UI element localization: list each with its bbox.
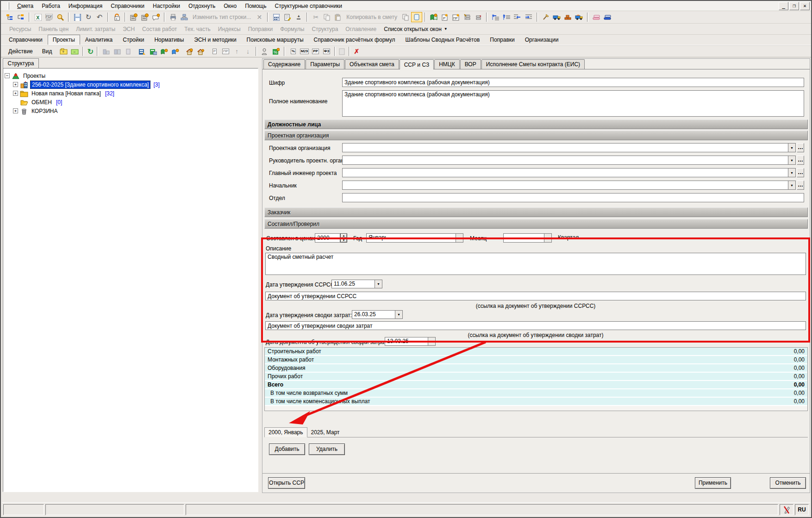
refresh-icon[interactable]: ↻ [83, 12, 94, 22]
menu-otdohnut[interactable]: Отдохнуть [184, 2, 219, 10]
cancel-row-icon[interactable]: ✕ [254, 12, 265, 22]
indent-icon[interactable] [523, 12, 534, 22]
chief-combobox[interactable]: ▼ [342, 181, 796, 190]
summary-doc-input[interactable] [265, 321, 806, 330]
pp-badge-icon[interactable]: РР [310, 46, 321, 56]
delete-node-icon[interactable]: ✗ [351, 46, 362, 56]
year-spinner[interactable]: ▲ ▼ [340, 233, 347, 243]
panel-esn[interactable]: ЭСН [119, 25, 138, 33]
summary-doc-date-combobox[interactable]: 13.03.25▼ [385, 337, 436, 346]
cipher-input[interactable] [342, 78, 804, 87]
panel-resursy[interactable]: Ресурсы [6, 25, 35, 33]
calculator-icon[interactable] [271, 12, 282, 22]
object-settings-icon[interactable] [128, 12, 139, 22]
totals-row-construction[interactable]: Строительных работ0,00 [265, 348, 807, 356]
menu-pomosch[interactable]: Помощь [241, 2, 270, 10]
materials-icon[interactable] [562, 12, 574, 22]
excel-export-icon[interactable]: X [32, 12, 44, 22]
comment-settings-icon[interactable] [150, 12, 162, 22]
design-org-combobox[interactable]: ▼ [342, 143, 796, 152]
customer-section-header[interactable]: Заказчик [264, 207, 808, 217]
tree-move-icon[interactable] [15, 12, 26, 22]
tree-node-novaya-papka[interactable]: + Новая папка [Новая папка] [32] [13, 89, 256, 98]
page-p-icon[interactable]: Р [439, 12, 450, 22]
tab-nmck[interactable]: НМЦК [434, 59, 460, 69]
house-copy-icon[interactable] [195, 46, 206, 56]
tree-node-label[interactable]: ОБМЕН [30, 99, 53, 106]
tab-vor[interactable]: ВОР [460, 59, 481, 69]
tree-node-korzina[interactable]: + КОРЗИНА [13, 106, 256, 115]
tab-normativy[interactable]: Нормативы [149, 35, 189, 45]
blue-books-icon[interactable] [602, 12, 613, 22]
structure-chart-icon[interactable] [179, 12, 190, 22]
indent-first-icon[interactable] [490, 12, 501, 22]
object-settings2-icon[interactable] [139, 12, 150, 22]
totals-row-installation[interactable]: Монтажных работ0,00 [265, 356, 807, 364]
composed-section-header[interactable]: Составил/Проверил [264, 219, 808, 229]
tab-esn-i-metodiki[interactable]: ЭСН и методики [189, 35, 241, 45]
page-edit-icon[interactable] [282, 12, 293, 22]
fz-badge-icon[interactable]: ФЗ [321, 46, 332, 56]
menu-spravochniki[interactable]: Справочники [106, 2, 149, 10]
totals-row-return-sums[interactable]: В том числе возвратных сумм0,00 [265, 389, 807, 398]
tab-analitika[interactable]: Аналитика [80, 35, 118, 45]
tab-parametry[interactable]: Параметры [306, 59, 344, 69]
panel-popravki[interactable]: Поправки [244, 25, 276, 33]
tab-ispolnenie-smety-kontrakta[interactable]: Исполнение Сметы контракта (ЕИС) [481, 59, 585, 69]
department-input[interactable] [342, 193, 804, 202]
panel-oglavlenie[interactable]: Оглавление [342, 25, 380, 33]
chevron-down-icon[interactable]: ▼ [788, 181, 795, 189]
truck-icon[interactable] [551, 12, 562, 22]
design-org-section-header[interactable]: Проектная организация [264, 131, 808, 140]
building-props-icon[interactable] [123, 46, 134, 56]
menu-smeta[interactable]: Смета [13, 2, 37, 10]
row-insert-icon[interactable] [462, 12, 473, 22]
menu-okno[interactable]: Окно [219, 2, 241, 10]
month-combobox[interactable]: Январь▼ [366, 233, 463, 243]
copy-page-icon[interactable] [400, 12, 411, 22]
change-row-type-label[interactable]: Изменить тип строки... [190, 14, 254, 20]
page-pr-icon[interactable]: ПР [450, 12, 462, 22]
project-book-icon[interactable] [159, 46, 170, 56]
percent-badge-icon[interactable]: % [287, 46, 299, 56]
copy-icon[interactable] [321, 12, 332, 22]
m29-badge-icon[interactable]: М29 [299, 46, 310, 56]
chevron-down-icon[interactable]: ▼ [395, 311, 402, 318]
book-settings-icon[interactable] [428, 12, 439, 22]
tree-node-obmen[interactable]: · ОБМЕН [0] [13, 98, 256, 106]
pink-books-icon[interactable] [591, 12, 602, 22]
description-textarea[interactable]: Сводный сметный расчет [265, 253, 806, 275]
panel-sostav-rabot[interactable]: Состав работ [138, 25, 181, 33]
move-up-icon[interactable]: ↑ [231, 46, 242, 56]
delete-button[interactable]: Удалить [309, 443, 345, 455]
building-copy-icon[interactable] [112, 46, 123, 56]
menu-rabota[interactable]: Работа [37, 2, 64, 10]
apply-button[interactable]: Применить [695, 477, 731, 489]
cut-icon[interactable]: ✂ [310, 12, 321, 22]
officials-section-header[interactable]: Должностные лица [264, 119, 808, 129]
menu-vid[interactable]: Вид [37, 47, 57, 56]
paste-icon[interactable] [332, 12, 344, 22]
chevron-down-icon[interactable]: ▼ [788, 169, 795, 177]
spinner-down-icon[interactable]: ▼ [340, 238, 347, 243]
tab-period-2025-march[interactable]: 2025, Март [307, 428, 344, 437]
tree-structure-icon[interactable] [4, 12, 15, 22]
close-button[interactable]: ✕ [800, 2, 810, 10]
page-pr-small-icon[interactable]: ПР [220, 46, 231, 56]
toolbar-grip[interactable] [7, 2, 9, 10]
expand-icon[interactable]: + [13, 91, 18, 96]
house-settings-icon[interactable] [184, 46, 195, 56]
chevron-down-icon[interactable]: ▼ [428, 337, 435, 345]
tree-node-label[interactable]: 256-02-2025 [Здание спортивного комплекс… [30, 81, 150, 89]
open-windows-dropdown[interactable]: Список открытых окон ▼ [380, 25, 451, 33]
open-ssr-button[interactable]: Открыть ССР [268, 477, 305, 489]
tab-poiskovye-marshruty[interactable]: Поисковые маршруты [242, 35, 309, 45]
head-design-org-combobox[interactable]: ▼ [342, 156, 796, 165]
approval-date-combobox[interactable]: 11.06.25▼ [331, 280, 382, 288]
person-gear-icon[interactable] [259, 46, 270, 56]
tab-obektnaya-smeta[interactable]: Объектная смета [345, 59, 399, 69]
price-year-input[interactable] [315, 233, 340, 243]
pdf-export-icon[interactable]: PDF [44, 12, 55, 22]
tab-ssr-i-sz[interactable]: ССР и СЗ [400, 59, 434, 69]
chevron-down-icon[interactable]: ▼ [544, 234, 551, 242]
